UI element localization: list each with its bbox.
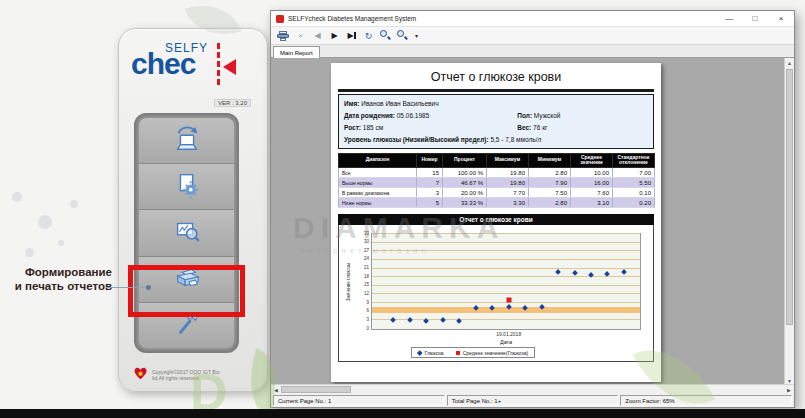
background-dot (58, 240, 64, 246)
table-row: В рамках диапазона320.00 %7.707.507.600.… (339, 188, 655, 198)
horizontal-scrollbar[interactable]: ◀ ▶ (271, 384, 794, 394)
header-range: Диапазон (339, 153, 417, 168)
gridline (372, 276, 640, 277)
glucose-point (391, 317, 396, 322)
window-title: SELFYcheck Diabetes Management System (288, 15, 716, 22)
average-point (506, 298, 511, 303)
header-min: Минимум (529, 153, 571, 168)
selfycheck-logo: SELFY chec (129, 39, 249, 101)
value-cell: 7.90 (529, 178, 571, 188)
close-button[interactable]: × (768, 11, 794, 26)
prev-page-button[interactable]: ◀ (312, 29, 323, 42)
value-cell: 5 (417, 198, 443, 208)
background-dot (25, 248, 34, 257)
header-max: Максимум (487, 153, 529, 168)
zoom-button[interactable] (397, 29, 408, 42)
search-button[interactable] (380, 29, 391, 42)
print-button[interactable] (277, 29, 289, 42)
vertical-scroll-thumb[interactable] (786, 69, 793, 325)
stop-button[interactable]: × (295, 29, 306, 42)
status-current-page: Current Page No.: 1 (273, 395, 445, 406)
logo-arrow-icon (223, 59, 236, 75)
value-cell: 2.80 (529, 168, 571, 178)
menu-button-import-data[interactable] (139, 118, 234, 164)
horizontal-scroll-thumb[interactable] (281, 386, 351, 393)
patient-height-weight-row: Рост: 185 см Вес: 76 кг (344, 122, 648, 134)
menu-button-view-data[interactable] (139, 210, 234, 256)
range-cell: В рамках диапазона (339, 188, 417, 198)
zoom-dropdown-arrow[interactable]: ▾ (411, 29, 422, 42)
callout-label: Формирование и печать отчетов (0, 265, 112, 294)
value-cell: 7.50 (529, 188, 571, 198)
background-dot (12, 192, 22, 202)
y-tick-label: 30 (364, 240, 369, 245)
window-titlebar: SELFYcheck Diabetes Management System — … (271, 11, 794, 27)
maximize-button[interactable]: □ (742, 11, 768, 26)
statusbar: Current Page No.: 1 Total Page No.: 1+ Z… (271, 394, 794, 407)
report-toolbar: × ◀ ▶ ▶ ↻ ▾ (271, 27, 794, 45)
search-icon (380, 30, 391, 41)
value-cell: 7.60 (571, 188, 613, 198)
y-tick-label: 12 (364, 292, 369, 297)
heart-logo-icon (133, 366, 148, 384)
logo-dashed-line (217, 43, 220, 85)
tools-icon (172, 308, 202, 342)
value-cell: 3.10 (571, 198, 613, 208)
title-rule (338, 89, 654, 92)
y-tick-label: 3 (366, 318, 369, 323)
y-tick-label: 21 (364, 266, 369, 271)
scroll-right-arrow[interactable]: ▶ (784, 385, 794, 394)
tab-main-report[interactable]: Main Report (273, 46, 320, 58)
y-tick-label: 18 (364, 275, 369, 280)
report-tabbar: Main Report (271, 45, 794, 58)
plot-area: 03691215182124273033 Значение глюкозы 19… (371, 233, 641, 330)
menu-button-report-settings[interactable] (139, 164, 234, 210)
range-cell: Все (339, 168, 417, 178)
header-percent: Процент (443, 153, 487, 168)
glucose-point (457, 318, 462, 323)
header-mean: Среднее значение (571, 153, 613, 168)
range-cell: Ниже нормы (339, 198, 417, 208)
range-cell: Выше нормы (339, 178, 417, 188)
header-count: Номер (417, 153, 443, 168)
value-cell: 100.00 % (443, 168, 487, 178)
gridline (372, 250, 640, 251)
gridline (372, 293, 640, 294)
scroll-left-arrow[interactable]: ◀ (271, 385, 281, 394)
glucose-point (572, 270, 577, 275)
glucose-point (440, 318, 445, 323)
y-tick-label: 33 (364, 232, 369, 237)
background-dot (70, 200, 78, 208)
stats-table: Диапазон Номер Процент Максимум Минимум … (338, 153, 655, 209)
minimize-button[interactable]: — (716, 11, 742, 26)
chart-legend: Глюкоза Среднее значение(Глюкоза) (411, 347, 535, 358)
x-axis-label: Дата (500, 339, 512, 345)
refresh-button[interactable]: ↻ (363, 29, 374, 42)
glucose-point (407, 318, 412, 323)
glucose-point (556, 269, 561, 274)
value-cell: 0.10 (613, 188, 655, 198)
vertical-scrollbar[interactable]: ▲ ▼ (784, 58, 794, 386)
app-window: SELFYcheck Diabetes Management System — … (270, 10, 795, 408)
glucose-range-row: Уровень глюкозы (Низкий/Высокий предел):… (344, 134, 648, 146)
next-page-button[interactable]: ▶ (329, 29, 340, 42)
gridline (372, 259, 640, 260)
value-cell: 2.80 (529, 198, 571, 208)
value-cell: 3.30 (487, 198, 529, 208)
value-cell: 7.70 (487, 188, 529, 198)
scroll-up-arrow[interactable]: ▲ (785, 58, 794, 68)
view-data-icon (172, 216, 202, 250)
value-cell: 5.50 (613, 178, 655, 188)
menu-button-print-reports[interactable] (139, 257, 234, 303)
menu-button-tools[interactable] (139, 303, 234, 348)
logo-chec-text: chec (131, 47, 195, 81)
value-cell: 7 (417, 178, 443, 188)
gridline (372, 233, 640, 234)
value-cell: 16.00 (571, 178, 613, 188)
y-tick-label: 15 (364, 284, 369, 289)
last-page-button[interactable]: ▶ (346, 29, 357, 42)
callout-connector-line (106, 287, 148, 288)
stats-table-body: Все15100.00 %19.802.8010.007.00Выше норм… (339, 168, 655, 208)
value-cell: 0.20 (613, 198, 655, 208)
x-tick-label: 19.01.2018 (496, 331, 521, 337)
